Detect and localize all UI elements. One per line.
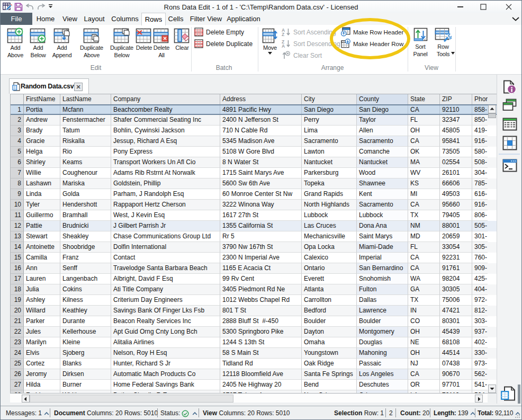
svg-text:A: A — [282, 43, 285, 48]
svg-text:Z: Z — [282, 32, 284, 37]
